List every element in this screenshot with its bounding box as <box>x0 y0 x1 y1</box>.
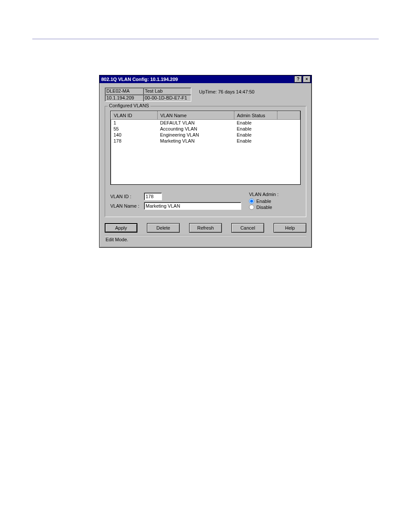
vlan-id-input[interactable] <box>144 193 162 200</box>
button-row: Apply Delete Refresh Cancel Help <box>105 223 306 233</box>
help-icon[interactable]: ? <box>294 76 302 83</box>
configured-vlans-group: Configured VLANS VLAN ID VLAN Name Admin… <box>105 106 306 217</box>
vlan-admin-label: VLAN Admin : <box>249 192 301 197</box>
device-name-field: DLE02-MA <box>105 87 143 95</box>
help-button[interactable]: Help <box>274 223 306 233</box>
cancel-button[interactable]: Cancel <box>231 223 264 233</box>
titlebar: 802.1Q VLAN Config: 10.1.194.209 ? × <box>100 75 311 83</box>
table-row[interactable]: 55 Accounting VLAN Enable <box>111 126 300 132</box>
vlan-id-label: VLAN ID : <box>110 194 144 199</box>
device-info-panel: DLE02-MA 10.1.194.209 Test Lab 00-00-1D-… <box>105 87 306 102</box>
page-divider <box>32 39 379 40</box>
group-label: Configured VLANS <box>108 103 150 108</box>
vlan-table: VLAN ID VLAN Name Admin Status 1 DEFAULT… <box>111 111 300 144</box>
uptime-label: UpTime: 76 days 14:47:50 <box>191 87 255 102</box>
table-row[interactable]: 178 Marketing VLAN Enable <box>111 138 300 144</box>
vlan-name-input[interactable] <box>144 202 241 210</box>
vlan-name-label: VLAN Name : <box>110 203 144 208</box>
table-row[interactable]: 140 Engineering VLAN Enable <box>111 132 300 138</box>
radio-enable-input[interactable] <box>249 199 254 204</box>
close-icon[interactable]: × <box>303 76 311 83</box>
status-bar: Edit Mode. <box>105 235 306 245</box>
col-header-vlan-id[interactable]: VLAN ID <box>111 112 158 120</box>
refresh-button[interactable]: Refresh <box>189 223 222 233</box>
radio-enable[interactable]: Enable <box>249 199 301 204</box>
table-row[interactable]: 1 DEFAULT VLAN Enable <box>111 120 300 126</box>
radio-disable-input[interactable] <box>249 205 254 210</box>
device-ip-field: 10.1.194.209 <box>105 94 143 102</box>
apply-button[interactable]: Apply <box>105 223 137 233</box>
delete-button[interactable]: Delete <box>147 223 180 233</box>
col-header-vlan-name[interactable]: VLAN Name <box>158 112 234 120</box>
device-location-field: Test Lab <box>143 87 191 95</box>
col-header-admin-status[interactable]: Admin Status <box>234 112 277 120</box>
col-header-spacer <box>277 112 300 120</box>
vlan-listbox[interactable]: VLAN ID VLAN Name Admin Status 1 DEFAULT… <box>110 111 301 185</box>
device-mac-field: 00-00-1D-BD-E7-F1 <box>143 94 191 102</box>
status-text: Edit Mode. <box>106 237 128 242</box>
radio-disable[interactable]: Disable <box>249 205 301 210</box>
vlan-config-window: 802.1Q VLAN Config: 10.1.194.209 ? × DLE… <box>99 75 312 248</box>
window-title: 802.1Q VLAN Config: 10.1.194.209 <box>100 77 293 82</box>
